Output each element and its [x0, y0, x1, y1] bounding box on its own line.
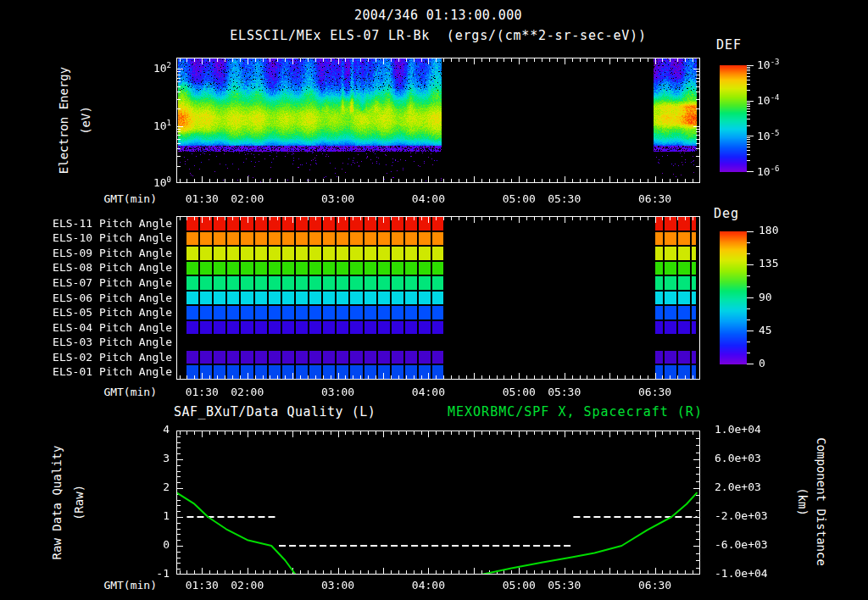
- energy-tick-label: 102: [134, 61, 171, 75]
- deg-cbar-tick-label: 135: [759, 257, 778, 269]
- x-tick-label: 04:00: [412, 192, 445, 205]
- x-tick-label: 05:30: [548, 579, 581, 592]
- quality-tick-label: 0: [132, 538, 170, 551]
- x-tick-label: 02:00: [231, 386, 264, 398]
- distance-tick-label: 1.0e+04: [715, 423, 761, 436]
- quality-tick-label: 4: [132, 423, 170, 436]
- deg-cbar-tick-label: 90: [759, 291, 772, 303]
- x-tick-label: 06:30: [638, 192, 671, 205]
- x-tick-label: 06:30: [638, 386, 671, 398]
- x-tick-label: 06:30: [638, 579, 671, 592]
- def-cbar-tick-label: 10-4: [757, 93, 780, 107]
- energy-tick-label: 101: [134, 119, 171, 132]
- pitch-row-label: ELS-10 Pitch Angle: [34, 231, 172, 244]
- pitch-row-label: ELS-07 Pitch Angle: [34, 276, 172, 289]
- quality-tick-label: -1: [132, 567, 170, 580]
- pitch-row-label: ELS-06 Pitch Angle: [34, 292, 172, 304]
- pitch-row-label: ELS-04 Pitch Angle: [34, 321, 172, 334]
- x-tick-label: 02:00: [231, 192, 264, 205]
- x-tick-label: 03:00: [321, 192, 354, 205]
- x-tick-label: 04:00: [412, 386, 445, 398]
- def-cbar-tick-label: 10-3: [757, 58, 780, 71]
- x-tick-label: 03:00: [321, 386, 354, 398]
- pitch-row-label: ELS-02 Pitch Angle: [34, 351, 172, 364]
- x-tick-label: 01:30: [186, 192, 219, 205]
- def-cbar-tick-label: 10-6: [757, 164, 780, 178]
- x-tick-label: 05:30: [548, 386, 581, 398]
- pitch-row-label: ELS-11 Pitch Angle: [34, 217, 172, 230]
- distance-tick-label: -2.0e+03: [715, 509, 768, 522]
- distance-tick-label: -1.0e+04: [715, 567, 768, 580]
- quality-tick-label: 1: [132, 509, 170, 522]
- energy-tick-label: 100: [134, 175, 171, 189]
- pitch-row-label: ELS-09 Pitch Angle: [34, 247, 172, 259]
- pitch-row-label: ELS-03 Pitch Angle: [34, 336, 172, 348]
- distance-tick-label: -6.0e+03: [715, 538, 768, 551]
- x-tick-label: 05:00: [503, 386, 536, 398]
- x-tick-label: 05:30: [548, 192, 581, 205]
- x-tick-label: 02:00: [231, 579, 264, 592]
- x-tick-label: 01:30: [186, 579, 219, 592]
- distance-tick-label: 2.0e+03: [715, 481, 761, 493]
- els-quicklook-plot: 2004/346 01:13:00.000 ELSSCIL/MEx ELS-07…: [0, 0, 868, 600]
- quality-tick-label: 3: [132, 452, 170, 464]
- pitch-row-label: ELS-08 Pitch Angle: [34, 261, 172, 274]
- deg-cbar-tick-label: 0: [759, 357, 765, 369]
- def-cbar-tick-label: 10-5: [757, 129, 780, 142]
- x-tick-label: 01:30: [186, 386, 219, 398]
- quality-tick-label: 2: [132, 481, 170, 493]
- x-tick-label: 05:00: [503, 192, 536, 205]
- deg-cbar-tick-label: 45: [759, 324, 772, 336]
- pitch-row-label: ELS-05 Pitch Angle: [34, 306, 172, 319]
- pitch-row-label: ELS-01 Pitch Angle: [34, 365, 172, 378]
- chart-overlay: 01:3002:0003:0004:0005:0005:3006:3001:30…: [0, 0, 868, 600]
- deg-cbar-tick-label: 180: [759, 224, 778, 236]
- distance-tick-label: 6.0e+03: [715, 452, 761, 464]
- x-tick-label: 03:00: [321, 579, 354, 592]
- x-tick-label: 05:00: [503, 579, 536, 592]
- x-tick-label: 04:00: [412, 579, 445, 592]
